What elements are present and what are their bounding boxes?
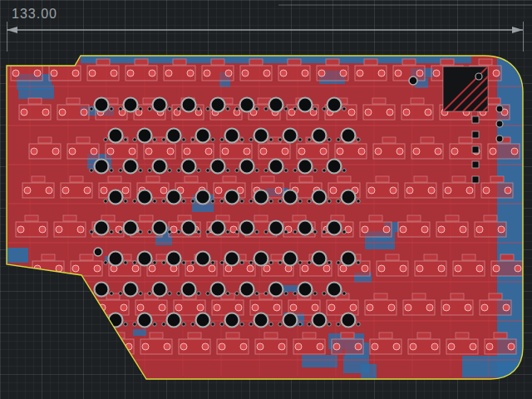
through-hole-pad[interactable]: [240, 343, 247, 350]
through-hole-pad[interactable]: [375, 148, 382, 155]
through-hole-pad[interactable]: [481, 304, 488, 311]
diode-footprint[interactable]: [372, 98, 386, 104]
diode-footprint[interactable]: [489, 293, 502, 299]
through-hole-pad[interactable]: [209, 265, 215, 272]
copper-back-zone[interactable]: [7, 248, 28, 263]
diode-footprint[interactable]: [421, 137, 434, 143]
diode-footprint[interactable]: [150, 332, 163, 338]
through-hole-pad[interactable]: [62, 187, 69, 194]
through-hole-pad[interactable]: [460, 226, 466, 233]
diode-footprint[interactable]: [73, 332, 86, 338]
diode-footprint[interactable]: [424, 254, 437, 260]
diode-footprint[interactable]: [446, 215, 459, 221]
copper-back-zone[interactable]: [49, 340, 73, 353]
through-hole-pad[interactable]: [448, 343, 455, 350]
through-hole-pad[interactable]: [493, 265, 500, 272]
pcb-editor-canvas[interactable]: 133.00: [0, 0, 532, 399]
edge-pad[interactable]: [475, 73, 482, 80]
through-hole-pad[interactable]: [52, 148, 59, 155]
through-hole-pad[interactable]: [69, 148, 76, 155]
through-hole-pad[interactable]: [180, 343, 187, 350]
through-hole-pad[interactable]: [483, 187, 490, 194]
through-hole-pad[interactable]: [66, 343, 72, 350]
through-hole-pad[interactable]: [280, 70, 287, 76]
diode-footprint[interactable]: [494, 332, 507, 338]
diode-footprint[interactable]: [76, 137, 90, 143]
through-hole-pad[interactable]: [406, 187, 413, 194]
through-hole-pad[interactable]: [167, 148, 174, 155]
diode-footprint[interactable]: [28, 98, 42, 104]
through-hole-pad[interactable]: [12, 70, 19, 76]
mcu-pad[interactable]: [472, 131, 479, 138]
through-hole-pad[interactable]: [22, 304, 29, 311]
diode-footprint[interactable]: [379, 332, 392, 338]
pcb-board[interactable]: [7, 56, 532, 382]
through-hole-pad[interactable]: [493, 70, 500, 76]
through-hole-pad[interactable]: [273, 304, 280, 311]
through-hole-pad[interactable]: [197, 304, 204, 311]
through-hole-pad[interactable]: [235, 304, 242, 311]
through-hole-pad[interactable]: [264, 70, 270, 76]
through-hole-pad[interactable]: [515, 265, 521, 272]
diode-footprint[interactable]: [441, 59, 454, 65]
through-hole-pad[interactable]: [508, 343, 515, 350]
through-hole-pad[interactable]: [416, 70, 423, 76]
through-hole-pad[interactable]: [505, 187, 511, 194]
through-hole-pad[interactable]: [390, 187, 397, 194]
through-hole-pad[interactable]: [328, 304, 335, 311]
diode-footprint[interactable]: [38, 137, 52, 143]
diode-footprint[interactable]: [185, 176, 198, 182]
through-hole-pad[interactable]: [393, 343, 400, 350]
diode-footprint[interactable]: [146, 176, 160, 182]
diode-footprint[interactable]: [25, 215, 38, 221]
diode-footprint[interactable]: [135, 59, 148, 65]
through-hole-pad[interactable]: [355, 343, 362, 350]
diode-footprint[interactable]: [484, 215, 497, 221]
through-hole-pad[interactable]: [219, 343, 225, 350]
through-hole-pad[interactable]: [455, 265, 461, 272]
diode-footprint[interactable]: [288, 59, 301, 65]
diode-footprint[interactable]: [66, 98, 80, 104]
through-hole-pad[interactable]: [242, 70, 249, 76]
through-hole-pad[interactable]: [445, 187, 451, 194]
through-hole-pad[interactable]: [421, 226, 428, 233]
through-hole-pad[interactable]: [164, 343, 170, 350]
diode-footprint[interactable]: [63, 215, 76, 221]
through-hole-pad[interactable]: [298, 148, 305, 155]
diode-footprint[interactable]: [364, 59, 377, 65]
through-hole-pad[interactable]: [122, 187, 129, 194]
through-hole-pad[interactable]: [104, 343, 111, 350]
through-hole-pad[interactable]: [264, 265, 270, 272]
diode-footprint[interactable]: [459, 137, 472, 143]
through-hole-pad[interactable]: [111, 70, 117, 76]
diode-footprint[interactable]: [173, 59, 186, 65]
through-hole-pad[interactable]: [257, 343, 264, 350]
diode-footprint[interactable]: [500, 254, 514, 260]
diode-footprint[interactable]: [479, 59, 492, 65]
through-hole-pad[interactable]: [302, 265, 308, 272]
diode-footprint[interactable]: [96, 59, 110, 65]
through-hole-pad[interactable]: [476, 265, 483, 272]
switch-footprint[interactable]: [11, 59, 42, 81]
through-hole-pad[interactable]: [34, 70, 41, 76]
diode-footprint[interactable]: [452, 176, 466, 182]
through-hole-pad[interactable]: [466, 187, 473, 194]
through-hole-pad[interactable]: [222, 148, 229, 155]
diode-footprint[interactable]: [226, 332, 239, 338]
through-hole-pad[interactable]: [87, 343, 94, 350]
switch-footprint[interactable]: [64, 332, 96, 354]
through-hole-pad[interactable]: [275, 187, 282, 194]
through-hole-pad[interactable]: [31, 148, 37, 155]
through-hole-pad[interactable]: [77, 226, 84, 233]
through-hole-pad[interactable]: [84, 187, 91, 194]
through-hole-pad[interactable]: [426, 304, 433, 311]
through-hole-pad[interactable]: [302, 70, 308, 76]
through-hole-pad[interactable]: [410, 343, 416, 350]
through-hole-pad[interactable]: [159, 304, 165, 311]
diode-footprint[interactable]: [402, 59, 416, 65]
through-hole-pad[interactable]: [498, 226, 505, 233]
through-hole-pad[interactable]: [39, 226, 46, 233]
through-hole-pad[interactable]: [431, 343, 438, 350]
through-hole-pad[interactable]: [129, 148, 135, 155]
diode-footprint[interactable]: [35, 332, 48, 338]
